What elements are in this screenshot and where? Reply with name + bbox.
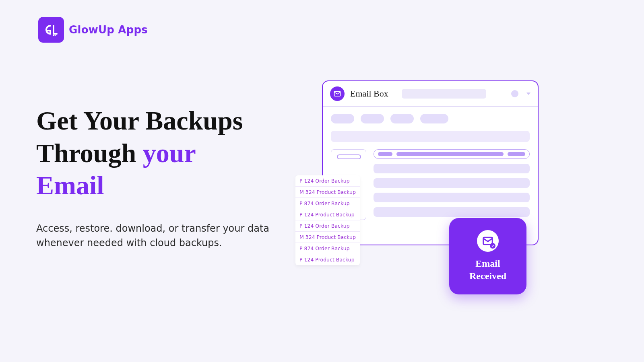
filter-pill	[331, 114, 354, 123]
mail-icon	[330, 86, 345, 101]
message-row	[374, 164, 530, 173]
brand-logo: GlowUp Apps	[38, 17, 148, 43]
hero-subtitle: Access, restore. download, or transfer y…	[36, 221, 286, 250]
list-item: P 124 Product Backup	[295, 254, 360, 265]
list-item: M 324 Product Backup	[295, 187, 360, 198]
folder-chip	[337, 154, 361, 159]
toolbar-placeholder	[331, 131, 530, 142]
filter-pill	[420, 114, 448, 123]
message-row	[374, 207, 530, 217]
message-row	[374, 193, 530, 202]
list-item: P 874 Order Backup	[295, 198, 360, 209]
list-item: P 874 Order Backup	[295, 243, 360, 254]
search-placeholder-bar	[402, 89, 486, 99]
chevron-down-icon	[526, 93, 530, 95]
hero-title: Get Your Backups Through your Email	[36, 105, 286, 202]
filter-pill	[390, 114, 414, 123]
list-item: P 124 Order Backup	[295, 220, 360, 232]
filter-pill	[361, 114, 384, 123]
brand-name: GlowUp Apps	[69, 24, 148, 36]
backup-dropdown-list: P 124 Order Backup M 324 Product Backup …	[295, 175, 360, 265]
list-item: M 324 Product Backup	[295, 232, 360, 243]
list-item: P 124 Product Backup	[295, 209, 360, 220]
email-received-badge: Email Received	[449, 218, 526, 294]
svg-point-0	[53, 35, 54, 36]
logo-mark-icon	[38, 17, 64, 43]
illustration: Email Box	[322, 80, 539, 290]
svg-point-1	[55, 35, 56, 36]
check-icon	[490, 243, 495, 249]
avatar-icon	[511, 90, 518, 97]
hero-copy: Get Your Backups Through your Email Acce…	[36, 105, 286, 250]
mail-received-icon	[477, 230, 499, 252]
message-row-selected	[374, 149, 530, 159]
badge-label: Email Received	[469, 257, 506, 282]
message-row	[374, 178, 530, 188]
inbox-header: Email Box	[323, 81, 538, 106]
message-list	[374, 149, 530, 220]
inbox-title: Email Box	[350, 88, 388, 99]
list-item: P 124 Order Backup	[295, 175, 360, 187]
